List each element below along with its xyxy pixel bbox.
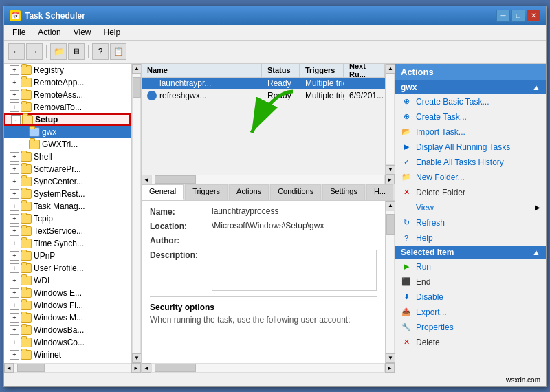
tree-item-windowsfi[interactable]: + Windows Fi...: [4, 299, 131, 312]
menu-help[interactable]: Help: [98, 27, 126, 39]
tree-item-tcpip[interactable]: + Tcpip: [4, 213, 131, 225]
action-end[interactable]: ⬛ End: [395, 274, 546, 290]
menu-view[interactable]: View: [68, 27, 97, 39]
detail-hscroll-track[interactable]: [151, 363, 385, 373]
detail-hscroll-right[interactable]: ►: [385, 363, 395, 373]
detail-scroll-track[interactable]: [386, 210, 395, 353]
col-header-status[interactable]: Status: [262, 64, 300, 77]
action-help[interactable]: ? Help: [395, 230, 546, 246]
tree-item-textservice[interactable]: + TextService...: [4, 225, 131, 237]
tree-item-taskmanag[interactable]: + Task Manag...: [4, 200, 131, 213]
expand-synccenter[interactable]: +: [10, 177, 19, 186]
action-disable[interactable]: ⬇ Disable: [395, 290, 546, 305]
tree-item-upnp[interactable]: + UPnP: [4, 250, 131, 262]
tree-item-removalto[interactable]: + RemovalTo...: [4, 101, 131, 113]
detail-hscroll-left[interactable]: ◄: [142, 363, 151, 373]
expand-windowsba[interactable]: +: [10, 325, 19, 335]
tree-item-remoteass[interactable]: + RemoteAss...: [4, 89, 131, 101]
action-create-task[interactable]: ⊕ Create Task...: [395, 109, 546, 124]
expand-wininet[interactable]: +: [10, 350, 19, 360]
tree-item-windowsco[interactable]: + WindowsCo...: [4, 336, 131, 349]
tab-conditions[interactable]: Conditions: [270, 184, 321, 200]
tasklist-vertical-scrollbar[interactable]: ▲ ▼: [385, 64, 395, 175]
tree-item-registry[interactable]: + Registry: [4, 64, 131, 76]
detail-description-textarea[interactable]: [212, 250, 377, 291]
tree-item-windowsm[interactable]: + Windows M...: [4, 312, 131, 324]
close-button[interactable]: ✕: [527, 10, 540, 22]
action-view[interactable]: View ▶: [395, 200, 546, 215]
expand-shell[interactable]: +: [10, 152, 19, 162]
expand-windowsm[interactable]: +: [10, 313, 19, 323]
tree-scroll-thumb[interactable]: [133, 77, 141, 98]
tree-hscroll-thumb[interactable]: [17, 364, 45, 372]
expand-wdi[interactable]: +: [10, 276, 19, 285]
tree-scroll-track[interactable]: [132, 74, 141, 353]
col-header-nextrun[interactable]: Next Ru...: [344, 64, 385, 77]
task-row-refreshgwx[interactable]: refreshgwx... Ready Multiple triggers de…: [142, 90, 385, 102]
tab-settings[interactable]: Settings: [322, 184, 365, 200]
action-delete[interactable]: ✕ Delete: [395, 335, 546, 350]
action-properties[interactable]: 🔧 Properties: [395, 320, 546, 335]
menu-file[interactable]: File: [7, 27, 31, 39]
export-button[interactable]: 📋: [110, 43, 126, 60]
action-enable-tasks-history[interactable]: ✓ Enable All Tasks History: [395, 155, 546, 170]
expand-systemrest[interactable]: +: [10, 189, 19, 199]
expand-removalto[interactable]: +: [10, 102, 19, 112]
tasklist-horizontal-scrollbar[interactable]: ◄ ►: [142, 175, 395, 184]
expand-softwarepr[interactable]: +: [10, 164, 19, 174]
tree-hscroll-right[interactable]: ►: [131, 363, 141, 373]
tree-item-systemrest[interactable]: + SystemRest...: [4, 188, 131, 200]
tree-item-synccenter[interactable]: + SyncCenter...: [4, 175, 131, 188]
action-refresh[interactable]: ↻ Refresh: [395, 215, 546, 230]
tree-item-gwx[interactable]: gwx: [4, 126, 131, 138]
tasklist-scroll-down[interactable]: ▼: [386, 165, 395, 175]
tree-horizontal-scrollbar[interactable]: ◄ ►: [4, 363, 141, 373]
detail-scroll-thumb[interactable]: [386, 214, 395, 235]
action-create-basic-task[interactable]: ⊕ Create Basic Task...: [395, 94, 546, 109]
tab-actions[interactable]: Actions: [229, 184, 269, 200]
expand-upnp[interactable]: +: [10, 251, 19, 261]
action-new-folder[interactable]: 📁 New Folder...: [395, 170, 546, 185]
tree-scroll-down[interactable]: ▼: [132, 353, 141, 363]
tree-item-windowsba[interactable]: + WindowsBa...: [4, 324, 131, 336]
expand-windowse[interactable]: +: [10, 288, 19, 298]
tasklist-hscroll-thumb[interactable]: [155, 175, 196, 184]
col-header-name[interactable]: Name: [142, 64, 262, 77]
show-desktop-button[interactable]: 🖥: [68, 43, 85, 60]
tree-item-shell[interactable]: + Shell: [4, 151, 131, 163]
detail-vertical-scrollbar[interactable]: ▲ ▼: [385, 201, 395, 363]
action-delete-folder[interactable]: ✕ Delete Folder: [395, 185, 546, 200]
tree-hscroll-left[interactable]: ◄: [4, 363, 14, 373]
forward-button[interactable]: →: [26, 43, 43, 60]
tasklist-scroll-up[interactable]: ▲: [386, 64, 395, 74]
expand-remoteapp[interactable]: +: [10, 78, 19, 87]
expand-timesynch[interactable]: +: [10, 239, 19, 248]
action-display-running[interactable]: ▶ Display All Running Tasks: [395, 140, 546, 155]
expand-textservice[interactable]: +: [10, 226, 19, 236]
expand-setup[interactable]: -: [11, 115, 21, 124]
tree-item-timesynch[interactable]: + Time Synch...: [4, 237, 131, 250]
tree-item-setup[interactable]: - Setup: [4, 113, 131, 126]
up-button[interactable]: 📁: [50, 43, 67, 60]
tree-item-userprofile[interactable]: + User Profile...: [4, 262, 131, 274]
tasklist-hscroll-left[interactable]: ◄: [142, 175, 151, 184]
tree-item-remoteapp[interactable]: + RemoteApp...: [4, 76, 131, 89]
expand-remoteass[interactable]: +: [10, 90, 19, 100]
section2-collapse-icon[interactable]: ▲: [532, 248, 540, 257]
minimize-button[interactable]: ─: [496, 10, 510, 22]
tab-triggers[interactable]: Triggers: [185, 184, 228, 200]
tree-item-windowse[interactable]: + Windows E...: [4, 287, 131, 299]
tree-hscroll-track[interactable]: [14, 363, 131, 373]
tasklist-hscroll-track[interactable]: [151, 175, 385, 184]
tree-vertical-scrollbar[interactable]: ▲ ▼: [131, 64, 141, 363]
col-header-triggers[interactable]: Triggers: [300, 64, 344, 77]
tree-scroll-up[interactable]: ▲: [132, 64, 141, 74]
help-button[interactable]: ?: [92, 43, 109, 60]
tab-more[interactable]: H...: [366, 184, 393, 200]
expand-taskmanag[interactable]: +: [10, 202, 19, 211]
expand-registry[interactable]: +: [10, 65, 19, 75]
maximize-button[interactable]: □: [512, 10, 525, 22]
tree-item-softwarepr[interactable]: + SoftwarePr...: [4, 163, 131, 175]
expand-userprofile[interactable]: +: [10, 263, 19, 273]
expand-windowsco[interactable]: +: [10, 338, 19, 347]
